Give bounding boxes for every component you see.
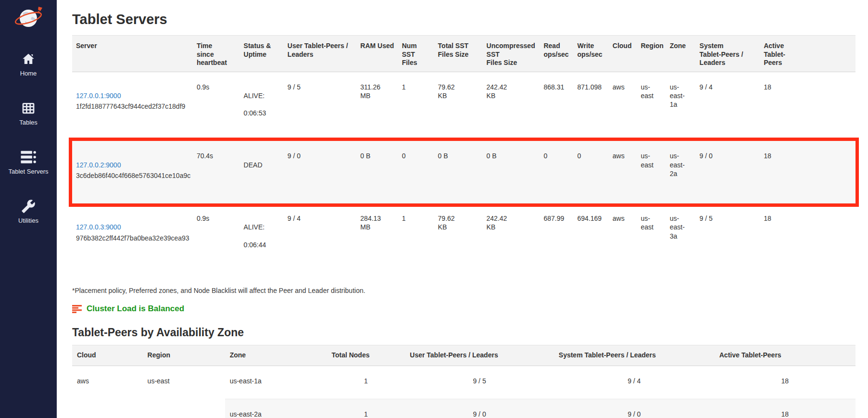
- col-header-system-peers: System Tablet-Peers / Leaders: [554, 345, 715, 366]
- col-header-server: Server: [72, 36, 193, 72]
- sidebar-item-home[interactable]: Home: [0, 52, 57, 77]
- col-header-system-peers: System Tablet-Peers / Leaders: [696, 36, 760, 72]
- uptime-value: 0:06:53: [244, 109, 280, 117]
- server-address-link[interactable]: 127.0.0.3:9000: [76, 223, 121, 231]
- cell-total-sst: 0 B: [434, 141, 483, 203]
- cell-status: ALIVE: 0:06:53: [240, 72, 284, 141]
- cell-total-sst: 79.62 KB: [434, 203, 483, 272]
- cell-uncompressed-sst: 0 B: [483, 141, 540, 203]
- col-header-heartbeat: Time since heartbeat: [193, 36, 240, 72]
- balance-icon: [72, 305, 82, 313]
- sidebar-item-utilities[interactable]: Utilities: [0, 199, 57, 224]
- cell-total-nodes: 1: [327, 366, 405, 399]
- page-title: Tablet Servers: [72, 12, 855, 27]
- cell-user-peers: 9 / 5: [405, 366, 554, 399]
- cell-region: us- east: [637, 203, 666, 272]
- cell-server: 127.0.0.2:9000 3c6deb86f40c4f668e5763041…: [72, 141, 193, 203]
- uptime-value: 0:06:44: [244, 241, 280, 249]
- cell-ram: 0 B: [356, 141, 398, 203]
- tablet-servers-icon: [20, 150, 37, 165]
- cell-uncompressed-sst: 242.42 KB: [483, 203, 540, 272]
- server-address-link[interactable]: 127.0.0.1:9000: [76, 92, 121, 100]
- cell-server: 127.0.0.1:9000 1f2fd188777643cf944ced2f3…: [72, 72, 193, 141]
- cell-region: us-east: [143, 366, 225, 418]
- cell-num-sst: 1: [398, 203, 434, 272]
- cell-num-sst: 1: [398, 72, 434, 141]
- servers-table: Server Time since heartbeat Status & Upt…: [72, 35, 855, 272]
- cell-read-ops: 687.99: [540, 203, 573, 272]
- cell-zone: us- east- 2a: [666, 141, 696, 203]
- cell-read-ops: 868.31: [540, 72, 573, 141]
- sidebar-item-label: Tables: [19, 119, 38, 126]
- cell-heartbeat: 0.9s: [193, 72, 240, 141]
- cell-region: us- east: [637, 72, 666, 141]
- cell-ram: 311.26 MB: [356, 72, 398, 141]
- col-header-uncompressed-sst: Uncompressed SST Files Size: [483, 36, 540, 72]
- sidebar: Home Tables Tablet Servers Ut: [0, 0, 57, 418]
- cell-cloud: aws: [609, 203, 637, 272]
- server-row-dead: 127.0.0.2:9000 3c6deb86f40c4f668e5763041…: [72, 141, 855, 203]
- col-header-active-peers: Active Tablet- Peers: [760, 36, 855, 72]
- status-label: DEAD: [244, 161, 280, 169]
- col-header-total-sst: Total SST Files Size: [434, 36, 483, 72]
- servers-table-wrap: Server Time since heartbeat Status & Upt…: [72, 35, 855, 272]
- cell-system-peers: 9 / 0: [554, 399, 715, 418]
- cell-system-peers: 9 / 4: [554, 366, 715, 399]
- cell-server: 127.0.0.3:9000 976b382c2ff442f7ba0bea32e…: [72, 203, 193, 272]
- zones-section-title: Tablet-Peers by Availability Zone: [72, 326, 855, 339]
- server-uuid: 1f2fd188777643cf944ced2f37c18df9: [76, 102, 189, 111]
- cell-read-ops: 0: [540, 141, 573, 203]
- col-header-cloud: Cloud: [609, 36, 637, 72]
- status-label: ALIVE:: [244, 223, 280, 231]
- utilities-icon: [20, 199, 37, 214]
- sidebar-item-label: Utilities: [18, 217, 38, 224]
- status-label: ALIVE:: [244, 91, 280, 100]
- cell-user-peers: 9 / 5: [284, 72, 356, 141]
- server-address-link[interactable]: 127.0.0.2:9000: [76, 161, 121, 169]
- sidebar-item-label: Home: [20, 70, 37, 77]
- sidebar-item-tablet-servers[interactable]: Tablet Servers: [0, 150, 57, 175]
- cell-region: us- east: [637, 141, 666, 203]
- col-header-user-peers: User Tablet-Peers / Leaders: [284, 36, 356, 72]
- col-header-read-ops: Read ops/sec: [540, 36, 573, 72]
- balance-status-text: Cluster Load is Balanced: [87, 304, 184, 314]
- col-header-num-sst: Num SST Files: [398, 36, 434, 72]
- cell-write-ops: 694.169: [574, 203, 609, 272]
- cell-user-peers: 9 / 0: [405, 399, 554, 418]
- zones-table: Cloud Region Zone Total Nodes User Table…: [72, 345, 855, 418]
- col-header-region: Region: [143, 345, 225, 366]
- cell-total-sst: 79.62 KB: [434, 72, 483, 141]
- col-header-zone: Zone: [666, 36, 696, 72]
- cell-active-peers: 18: [715, 399, 855, 418]
- yugabyte-logo-icon[interactable]: [11, 5, 46, 31]
- cell-user-peers: 9 / 4: [284, 203, 356, 272]
- placement-policy-note: *Placement policy, Preferred zones, and …: [72, 287, 855, 294]
- col-header-region: Region: [637, 36, 666, 72]
- col-header-user-peers: User Tablet-Peers / Leaders: [405, 345, 554, 366]
- cell-write-ops: 871.098: [574, 72, 609, 141]
- cell-status: DEAD: [240, 141, 284, 203]
- cell-cloud: aws: [72, 366, 143, 418]
- cell-total-nodes: 1: [327, 399, 405, 418]
- server-uuid: 976b382c2ff442f7ba0bea32e39cea93: [76, 234, 189, 242]
- col-header-active-peers: Active Tablet-Peers: [715, 345, 855, 366]
- cell-user-peers: 9 / 0: [284, 141, 356, 203]
- cell-active-peers: 18: [760, 141, 855, 203]
- cell-heartbeat: 0.9s: [193, 203, 240, 272]
- cell-active-peers: 18: [715, 366, 855, 399]
- cell-system-peers: 9 / 0: [696, 141, 760, 203]
- cell-active-peers: 18: [760, 203, 855, 272]
- cell-zone: us- east- 1a: [666, 72, 696, 141]
- col-header-status: Status & Uptime: [240, 36, 284, 72]
- col-header-zone: Zone: [225, 345, 327, 366]
- col-header-ram: RAM Used: [356, 36, 398, 72]
- tables-icon: [20, 101, 37, 115]
- servers-table-header-row: Server Time since heartbeat Status & Upt…: [72, 36, 855, 72]
- server-row-1: 127.0.0.1:9000 1f2fd188777643cf944ced2f3…: [72, 72, 855, 141]
- cluster-balance-status: Cluster Load is Balanced: [72, 304, 855, 314]
- cell-write-ops: 0: [574, 141, 609, 203]
- cell-heartbeat: 70.4s: [193, 141, 240, 203]
- cell-system-peers: 9 / 5: [696, 203, 760, 272]
- sidebar-item-tables[interactable]: Tables: [0, 101, 57, 126]
- cell-status: ALIVE: 0:06:44: [240, 203, 284, 272]
